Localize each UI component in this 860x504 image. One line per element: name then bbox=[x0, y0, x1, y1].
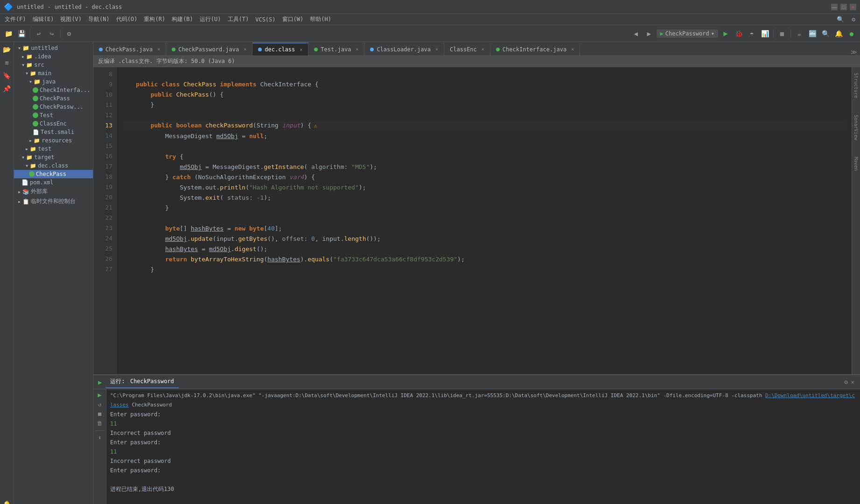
menu-tools[interactable]: 工具(T) bbox=[225, 14, 252, 24]
toolbar-settings-icon[interactable]: ⚙ bbox=[849, 15, 858, 24]
sonarview-label[interactable]: SonarView bbox=[853, 111, 860, 144]
tab-checkinterface-java[interactable]: CheckInterface.java × bbox=[490, 42, 580, 56]
tab-test-java[interactable]: Test.java × bbox=[308, 42, 364, 56]
tree-main[interactable]: ▾ 📁 main bbox=[14, 69, 93, 77]
tree-external-lib[interactable]: ▸ 📚 外部库 bbox=[14, 187, 93, 196]
code-line-12 bbox=[121, 110, 847, 120]
code-editor[interactable]: 8 9 10 11 12 13 14 15 16 17 18 19 20 21 … bbox=[93, 67, 860, 374]
tab-dec-class[interactable]: dec.class × bbox=[252, 42, 308, 56]
forward-button[interactable]: ▶ bbox=[643, 28, 655, 39]
scratch-label: 临时文件和控制台 bbox=[31, 197, 76, 205]
project-view-button[interactable]: 📂 bbox=[1, 44, 13, 55]
tab-close-classloader[interactable]: × bbox=[435, 47, 438, 52]
tree-target[interactable]: ▾ 📁 target bbox=[14, 153, 93, 161]
toolbar-search-icon[interactable]: 🔍 bbox=[834, 15, 847, 24]
tree-checkinterface[interactable]: CheckInterfa... bbox=[14, 86, 93, 94]
menu-code[interactable]: 代码(O) bbox=[113, 14, 140, 24]
stop-button[interactable]: ■ bbox=[776, 28, 788, 39]
tree-root[interactable]: ▾ 📁 untitled bbox=[14, 44, 93, 52]
minimize-button[interactable]: — bbox=[831, 4, 838, 10]
pom-icon: 📄 bbox=[21, 179, 28, 186]
tab-close-dec[interactable]: × bbox=[300, 47, 302, 52]
code-content[interactable]: public class CheckPass implements CheckI… bbox=[117, 67, 852, 374]
settings-icon[interactable]: ⚙ bbox=[844, 378, 848, 385]
line-num-8: 8 bbox=[95, 69, 112, 79]
back-button[interactable]: ◀ bbox=[630, 28, 642, 39]
bottom-tab-run[interactable]: 运行: CheckPassword bbox=[105, 376, 178, 388]
undo-button[interactable]: ↩ bbox=[33, 28, 44, 39]
tree-pomxml[interactable]: 📄 pom.xml bbox=[14, 178, 93, 187]
tree-scratch[interactable]: ▸ 📋 临时文件和控制台 bbox=[14, 196, 93, 206]
menu-navigate[interactable]: 导航(N) bbox=[85, 14, 112, 24]
window-controls[interactable]: — □ × bbox=[831, 4, 856, 10]
tab-classenc[interactable]: ClassEnc × bbox=[444, 42, 490, 56]
pin-button[interactable]: 📌 bbox=[1, 83, 13, 94]
tree-idea[interactable]: ▸ 📁 .idea bbox=[14, 52, 93, 61]
tab-checkpass-java[interactable]: CheckPass.java × bbox=[93, 42, 166, 56]
tree-test[interactable]: Test bbox=[14, 111, 93, 119]
tree-checkpass[interactable]: CheckPass bbox=[14, 94, 93, 103]
menu-view[interactable]: 视图(V) bbox=[57, 14, 84, 24]
profile-button[interactable]: 📊 bbox=[759, 28, 770, 39]
tree-src[interactable]: ▾ 📁 src bbox=[14, 61, 93, 69]
tree-checkpass-class[interactable]: CheckPass bbox=[14, 170, 93, 178]
line-num-19: 19 bbox=[95, 182, 112, 192]
tree-classenc[interactable]: ClassEnc bbox=[14, 119, 93, 128]
line-numbers: 8 9 10 11 12 13 14 15 16 17 18 19 20 21 … bbox=[93, 67, 117, 374]
tree-checkpassword[interactable]: CheckPassw... bbox=[14, 103, 93, 111]
tab-classloader-java[interactable]: ClassLoader.java × bbox=[364, 42, 444, 56]
notifications-sidebar-button[interactable]: 🔔 bbox=[1, 498, 13, 504]
menu-run[interactable]: 运行(U) bbox=[197, 14, 224, 24]
menu-build[interactable]: 构建(B) bbox=[169, 14, 196, 24]
code-line-10: public CheckPass() { bbox=[121, 90, 847, 100]
save-button[interactable]: 💾 bbox=[16, 28, 27, 39]
menu-edit[interactable]: 编辑(E) bbox=[30, 14, 57, 24]
code-line-25: hashBytes = md5Obj.digest(); bbox=[121, 244, 847, 254]
bookmarks-button[interactable]: 🔖 bbox=[1, 70, 13, 81]
open-folder-button[interactable]: 📁 bbox=[3, 28, 14, 39]
tree-java[interactable]: ▾ 📁 java bbox=[14, 77, 93, 86]
close-button[interactable]: × bbox=[850, 4, 856, 10]
debug-button[interactable]: 🐞 bbox=[733, 28, 744, 39]
run-config-selector[interactable]: ▶ CheckPassword ▾ bbox=[657, 29, 718, 38]
run-rerun-icon[interactable]: ↺ bbox=[98, 401, 101, 408]
tree-testsmali[interactable]: 📄 Test.smali bbox=[14, 128, 93, 136]
run-config-dropdown-icon[interactable]: ▾ bbox=[711, 30, 714, 37]
menu-vcs[interactable]: VCS(S) bbox=[252, 15, 278, 24]
tab-overflow-icon[interactable]: ≫ bbox=[851, 49, 857, 56]
coverage-button[interactable]: ☂ bbox=[746, 28, 757, 39]
run-clear-icon[interactable]: 🗑 bbox=[97, 420, 103, 427]
maven-label[interactable]: Maven bbox=[853, 153, 860, 175]
run-stop-icon[interactable]: ■ bbox=[98, 411, 101, 417]
status-button[interactable]: ● bbox=[846, 28, 857, 39]
tab-close-checkpassword[interactable]: × bbox=[244, 47, 246, 52]
menu-file[interactable]: 文件(F) bbox=[2, 14, 29, 24]
tree-testfolder[interactable]: ▸ 📁 test bbox=[14, 145, 93, 153]
maximize-button[interactable]: □ bbox=[840, 4, 847, 10]
menu-help[interactable]: 帮助(H) bbox=[307, 14, 334, 24]
menu-refactor[interactable]: 重构(R) bbox=[141, 14, 168, 24]
run-play-icon[interactable]: ▶ bbox=[98, 391, 101, 399]
run-scroll-icon[interactable]: ⬇ bbox=[98, 434, 101, 441]
structure-button[interactable]: ≡ bbox=[1, 57, 13, 68]
tree-decclass[interactable]: ▾ 📁 dec.class bbox=[14, 161, 93, 170]
menu-window[interactable]: 窗口(W) bbox=[280, 14, 307, 24]
output-blank bbox=[110, 475, 856, 484]
settings-button[interactable]: ⚙ bbox=[63, 28, 75, 39]
tab-close-test[interactable]: × bbox=[356, 47, 358, 52]
notifications-button[interactable]: 🔔 bbox=[833, 28, 844, 39]
test-icon bbox=[33, 112, 38, 118]
tree-resources[interactable]: ▸ 📁 resources bbox=[14, 136, 93, 145]
run-button[interactable]: ▶ bbox=[720, 28, 731, 39]
sdk-button[interactable]: ☕ bbox=[794, 28, 805, 39]
tab-close-checkinterface[interactable]: × bbox=[571, 47, 574, 52]
close-panel-icon[interactable]: × bbox=[851, 378, 854, 385]
structure-label[interactable]: Structure bbox=[853, 69, 860, 102]
redo-button[interactable]: ↪ bbox=[46, 28, 57, 39]
tab-checkpassword-java[interactable]: CheckPassword.java × bbox=[166, 42, 252, 56]
tab-close-checkpass[interactable]: × bbox=[157, 47, 160, 52]
project-name: untitled bbox=[17, 4, 44, 10]
tab-close-classenc[interactable]: × bbox=[482, 47, 484, 52]
translate-button[interactable]: 🔤 bbox=[807, 28, 818, 39]
search-everywhere-button[interactable]: 🔍 bbox=[820, 28, 831, 39]
